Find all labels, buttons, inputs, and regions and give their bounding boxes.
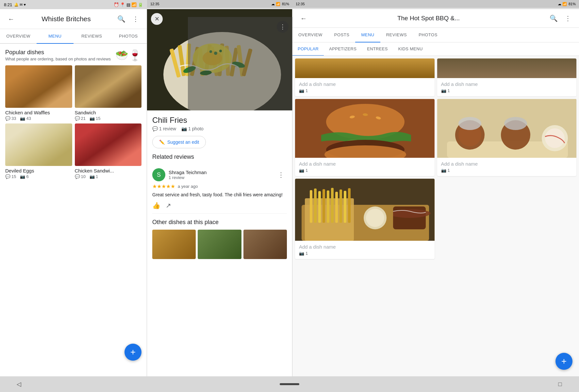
photo-icon-3: 📷 bbox=[20, 174, 25, 179]
other-dish-2[interactable] bbox=[198, 230, 241, 259]
nav-home-pill[interactable] bbox=[280, 383, 299, 385]
camera-icon-3: 📷 bbox=[299, 168, 304, 173]
suggest-edit-button[interactable]: ✏️ Suggest an edit bbox=[152, 136, 206, 148]
photo-meta: 📷 1 photo bbox=[181, 126, 204, 131]
panel3-subtab-kidsmenu[interactable]: KIDS MENU bbox=[393, 42, 428, 56]
dish-stats-sandwich: 💬 21 📷 15 bbox=[75, 116, 142, 121]
panel3-dish-card-1[interactable]: Add a dish name 📷 1 bbox=[295, 58, 435, 96]
review-count-2: 21 bbox=[81, 116, 86, 121]
review-more-button[interactable]: ⋮ bbox=[275, 169, 287, 181]
dish-name-chicken-sandw: Chicken Sandwi... bbox=[75, 168, 142, 173]
share-button[interactable]: ↗ bbox=[166, 202, 171, 209]
photo-count-3: 6 bbox=[26, 174, 28, 179]
more-options-button[interactable]: ⋮ bbox=[130, 13, 141, 25]
panel3-subtabs: POPULAR APPETIZERS ENTREES KIDS MENU bbox=[292, 42, 579, 56]
nav-recent-button[interactable]: □ bbox=[554, 378, 566, 390]
tab-overview[interactable]: OVERVIEW bbox=[0, 29, 37, 44]
review-icon: 💬 bbox=[5, 116, 10, 121]
review-meta-icon: 💬 bbox=[152, 126, 158, 131]
star-rating: ★★★★★ bbox=[152, 183, 175, 189]
popular-dishes-title: Popular dishes bbox=[5, 49, 111, 56]
svg-point-37 bbox=[504, 117, 527, 130]
dish-stats-deviled-eggs: 💬 15 📷 6 bbox=[5, 174, 72, 179]
other-dish-3[interactable] bbox=[243, 230, 287, 259]
like-button[interactable]: 👍 bbox=[152, 202, 160, 209]
reviewer-row: S Shraga Teichman 1 review ⋮ bbox=[152, 168, 287, 181]
svg-rect-49 bbox=[335, 192, 338, 223]
review-count-3: 15 bbox=[11, 174, 16, 179]
reviewer-review-count: 1 review bbox=[169, 175, 207, 180]
panel3-dish-stat-3: 📷 1 bbox=[299, 168, 431, 173]
close-button[interactable]: ✕ bbox=[151, 13, 163, 25]
panel3-dish-name-5: Add a dish name bbox=[299, 244, 431, 250]
panel3-tab-menu[interactable]: MENU bbox=[355, 28, 380, 42]
dish-card-chicken-sandw[interactable]: Chicken Sandwi... 💬 10 📷 1 bbox=[75, 123, 142, 179]
tab-menu[interactable]: MENU bbox=[37, 29, 73, 44]
svg-rect-51 bbox=[344, 191, 346, 223]
panel3-back-button[interactable]: ← bbox=[298, 12, 309, 24]
dish-card-sandwich[interactable]: Sandwich 💬 21 📷 15 bbox=[75, 65, 142, 121]
review-icon-3: 💬 bbox=[5, 174, 10, 179]
svg-point-54 bbox=[366, 209, 384, 227]
svg-point-35 bbox=[458, 117, 481, 130]
panel3-tab-reviews[interactable]: REVIEWS bbox=[380, 28, 413, 42]
panel3-hot-spot-bbq: ← The Hot Spot BBQ &... 🔍 ⋮ OVERVIEW POS… bbox=[292, 9, 579, 376]
back-button[interactable]: ← bbox=[5, 13, 17, 25]
review-meta: 💬 1 review bbox=[152, 126, 176, 131]
panel3-dish-card-5[interactable]: Add a dish name 📷 1 bbox=[295, 179, 435, 259]
panel2-body: Chili Fries 💬 1 review 📷 1 photo ✏️ Sugg… bbox=[147, 110, 292, 376]
dish-card-chicken-waffles[interactable]: Chicken and Waffles 💬 33 📷 43 bbox=[5, 65, 72, 121]
dish-name-deviled-eggs: Deviled Eggs bbox=[5, 168, 72, 173]
dish-image-chicken-sandw bbox=[75, 123, 142, 166]
photo-count-2: 15 bbox=[96, 116, 100, 121]
panel3-tab-overview[interactable]: OVERVIEW bbox=[292, 28, 328, 42]
panel3-dish-card-2[interactable]: Add a dish name 📷 1 bbox=[437, 58, 577, 96]
panel3-add-fab[interactable]: + bbox=[555, 353, 572, 370]
panel3-dish-card-4[interactable]: Add a dish name 📷 1 bbox=[437, 99, 577, 176]
panel3-tab-posts[interactable]: POSTS bbox=[328, 28, 356, 42]
status-time: 8:21 🔔 ✉ ♥ bbox=[4, 2, 26, 7]
add-dish-fab[interactable]: + bbox=[124, 344, 141, 361]
reviewer-avatar: S bbox=[152, 168, 165, 181]
panel3-dish-image-5 bbox=[295, 179, 435, 241]
dish-name-sandwich: Sandwich bbox=[75, 110, 142, 115]
review-time: a year ago bbox=[178, 184, 198, 189]
review-count: 33 bbox=[11, 116, 16, 121]
svg-point-39 bbox=[545, 128, 565, 148]
panel1-body: Popular dishes What people are ordering,… bbox=[0, 44, 147, 376]
dish-card-deviled-eggs[interactable]: Deviled Eggs 💬 15 📷 6 bbox=[5, 123, 72, 179]
other-dish-1[interactable] bbox=[152, 230, 196, 259]
android-nav-bar: ◁ □ bbox=[0, 376, 579, 392]
panel3-more-button[interactable]: ⋮ bbox=[562, 12, 574, 24]
panel3-dish-stat-2: 📷 1 bbox=[441, 88, 573, 93]
panel3-search-button[interactable]: 🔍 bbox=[548, 12, 559, 24]
reviewer-name: Shraga Teichman bbox=[169, 170, 207, 175]
other-dishes-grid bbox=[152, 230, 287, 259]
status-icons-right: ⏰ 📍 ▤ 📶 🔋 bbox=[114, 2, 143, 7]
review-icon-4: 💬 bbox=[75, 174, 80, 179]
tab-photos[interactable]: PHOTOS bbox=[110, 29, 147, 44]
dish-image-chicken-waffles bbox=[5, 65, 72, 108]
svg-rect-48 bbox=[331, 188, 334, 223]
panel3-tab-photos[interactable]: PHOTOS bbox=[413, 28, 443, 42]
nav-back-button[interactable]: ◁ bbox=[13, 378, 25, 390]
panel3-dish-card-3[interactable]: Add a dish name 📷 1 bbox=[295, 99, 435, 176]
camera-icon-4: 📷 bbox=[441, 168, 446, 173]
panel2-status-bar: 12:35 ☁ 📶 81% bbox=[147, 0, 292, 8]
svg-rect-44 bbox=[314, 188, 317, 223]
panel3-subtab-appetizers[interactable]: APPETIZERS bbox=[324, 42, 362, 56]
tab-reviews[interactable]: REVIEWS bbox=[74, 29, 110, 44]
review-rating-row: ★★★★★ a year ago bbox=[152, 183, 287, 189]
search-button[interactable]: 🔍 bbox=[115, 13, 127, 25]
popular-dishes-header: Popular dishes What people are ordering,… bbox=[5, 49, 141, 61]
overlay-more-button[interactable]: ⋮ bbox=[277, 21, 289, 33]
photo-icon-4: 📷 bbox=[90, 174, 95, 179]
panel3-subtab-entrees[interactable]: ENTREES bbox=[362, 42, 393, 56]
dish-title: Chili Fries bbox=[152, 116, 287, 125]
related-reviews-title: Related reviews bbox=[152, 154, 287, 160]
panel3-subtab-popular[interactable]: POPULAR bbox=[292, 42, 324, 56]
photo-count-4: 1 bbox=[96, 174, 98, 179]
dish-name-chicken-waffles: Chicken and Waffles bbox=[5, 110, 72, 115]
review-card: S Shraga Teichman 1 review ⋮ ★★★★★ a yea… bbox=[152, 164, 287, 214]
dish-image-sandwich bbox=[75, 65, 142, 108]
